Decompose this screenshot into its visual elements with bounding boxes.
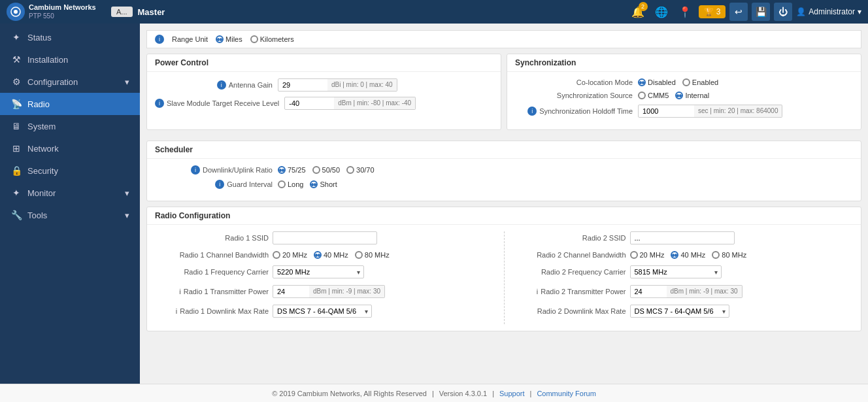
admin-menu[interactable]: 👤 Administrator ▾	[796, 7, 861, 16]
dlul-75-25-radio[interactable]	[278, 166, 286, 174]
guard-long[interactable]: Long	[278, 180, 303, 188]
sidebar-item-installation[interactable]: ⚒ Installation	[0, 48, 140, 71]
colocation-enabled[interactable]: Enabled	[682, 78, 718, 86]
colocation-radio-group: Disabled Enabled	[638, 78, 718, 86]
info-icon-antenna: i	[217, 80, 226, 90]
dl-ul-row: i Downlink/Uplink Ratio 75/25 50/50	[155, 165, 853, 175]
installation-icon: ⚒	[10, 54, 22, 65]
r2-bw-80-radio[interactable]	[712, 251, 720, 259]
trophy-button[interactable]: 🏆 3	[699, 5, 726, 18]
r1-bw-40[interactable]: 40 MHz	[314, 251, 348, 259]
synchronization-section: Synchronization Co-location Mode Disable…	[507, 54, 861, 130]
range-unit-row: i Range Unit Miles Kilometers	[146, 30, 861, 48]
colocation-enabled-radio[interactable]	[682, 78, 690, 86]
sidebar-item-tools[interactable]: 🔧 Tools	[0, 204, 140, 226]
role-label: Master	[138, 7, 628, 17]
r2-dlmax-label: Radio 2 Downlink Max Rate	[515, 307, 626, 315]
header: Cambium Networks PTP 550 A... Master 🔔 2…	[0, 0, 868, 24]
colocation-disabled[interactable]: Disabled	[638, 78, 676, 86]
r1-ssid-label: Radio 1 SSID	[158, 234, 269, 242]
dlul-50-50[interactable]: 50/50	[312, 166, 341, 174]
range-km-option[interactable]: Kilometers	[250, 35, 294, 43]
dlul-50-50-radio[interactable]	[312, 166, 320, 174]
guard-long-radio[interactable]	[278, 180, 286, 188]
r1-freq-select[interactable]: 5220 MHz	[273, 265, 364, 278]
info-icon-range: i	[155, 35, 164, 44]
holdoff-input[interactable]	[638, 105, 697, 118]
location-button[interactable]: 📍	[675, 2, 695, 22]
sidebar-item-system[interactable]: 🖥 System	[0, 115, 140, 137]
r1-dlmax-select-wrapper: DS MCS 7 - 64-QAM 5/6	[273, 305, 372, 318]
slave-input[interactable]	[284, 97, 337, 110]
power-button[interactable]: ⏻	[774, 3, 792, 21]
dlul-30-70[interactable]: 30/70	[346, 166, 375, 174]
globe-button[interactable]: 🌐	[652, 2, 671, 22]
guard-interval-label: i Guard Interval	[155, 180, 273, 189]
undo-button[interactable]: ↩	[729, 3, 748, 21]
sync-source-row: Synchronization Source CMM5 Internal	[515, 92, 853, 99]
r2-bw-40[interactable]: 40 MHz	[671, 251, 705, 259]
sync-internal-radio[interactable]	[675, 92, 683, 99]
r1-freq-label: Radio 1 Frequency Carrier	[158, 268, 269, 276]
r2-dlmax-select[interactable]: DS MCS 7 - 64-QAM 5/6	[630, 305, 729, 318]
r2-bw-80[interactable]: 80 MHz	[712, 251, 746, 259]
r1-bw-80-radio[interactable]	[355, 251, 363, 259]
r2-dlmax-row: Radio 2 Downlink Max Rate DS MCS 7 - 64-…	[515, 305, 851, 318]
sync-source-label: Synchronization Source	[515, 92, 633, 99]
dlul-30-70-radio[interactable]	[346, 166, 354, 174]
dlul-75-25[interactable]: 75/25	[278, 166, 306, 174]
r2-bw-20-radio[interactable]	[630, 251, 638, 259]
notifications-button[interactable]: 🔔 2	[628, 2, 648, 22]
sidebar-item-configuration[interactable]: ⚙ Configuration	[0, 71, 140, 93]
sidebar-item-security[interactable]: 🔒 Security	[0, 159, 140, 182]
save-button[interactable]: 💾	[752, 3, 770, 21]
range-miles-option[interactable]: Miles	[216, 35, 242, 43]
device-label[interactable]: A...	[111, 7, 133, 17]
sync-internal[interactable]: Internal	[675, 92, 709, 99]
guard-short-radio[interactable]	[310, 180, 318, 188]
slave-hint: dBm | min: -80 | max: -40	[334, 97, 416, 110]
main-content: i Range Unit Miles Kilometers Power Cont…	[140, 24, 868, 384]
info-icon-guard: i	[215, 180, 224, 189]
antenna-gain-input[interactable]	[278, 78, 330, 92]
sidebar-item-status[interactable]: ✦ Status	[0, 26, 140, 48]
range-miles-radio[interactable]	[216, 35, 224, 43]
guard-short[interactable]: Short	[310, 180, 337, 188]
r1-bw-row: Radio 1 Channel Bandwidth 20 MHz 40 MHz	[158, 251, 493, 259]
tools-icon: 🔧	[10, 210, 22, 220]
sidebar-item-monitor[interactable]: ✦ Monitor	[0, 182, 140, 204]
range-km-radio[interactable]	[250, 35, 258, 43]
r1-bw-group: 20 MHz 40 MHz 80 MHz	[273, 251, 390, 259]
system-icon: 🖥	[10, 121, 22, 131]
r1-dlmax-select[interactable]: DS MCS 7 - 64-QAM 5/6	[273, 305, 372, 318]
footer-support-link[interactable]: Support	[499, 390, 525, 397]
power-control-section: Power Control i Antenna Gain dBi | min: …	[146, 54, 501, 130]
dl-ul-radio-group: 75/25 50/50 30/70	[278, 166, 375, 174]
sidebar-item-radio[interactable]: 📡 Radio	[0, 93, 140, 115]
sidebar-item-network[interactable]: ⊞ Network	[0, 137, 140, 159]
sync-cmm5-radio[interactable]	[638, 92, 646, 99]
r1-bw-20-radio[interactable]	[273, 251, 280, 259]
sync-cmm5[interactable]: CMM5	[638, 92, 669, 99]
r1-ssid-input[interactable]	[273, 231, 377, 244]
network-icon: ⊞	[10, 143, 22, 154]
r2-txpow-input[interactable]	[630, 285, 669, 298]
r1-txpow-hint: dBm | min: -9 | max: 30	[309, 285, 385, 298]
r2-ssid-input[interactable]	[630, 231, 735, 244]
r2-bw-label: Radio 2 Channel Bandwidth	[515, 251, 626, 259]
r1-bw-80[interactable]: 80 MHz	[355, 251, 390, 259]
r1-bw-20[interactable]: 20 MHz	[273, 251, 307, 259]
scheduler-section: Scheduler i Downlink/Uplink Ratio 75/25	[146, 141, 861, 201]
r2-bw-40-radio[interactable]	[671, 251, 678, 259]
footer-community-link[interactable]: Community Forum	[537, 390, 595, 397]
r2-freq-select[interactable]: 5815 MHz	[630, 265, 722, 278]
monitor-icon: ✦	[10, 188, 22, 198]
sync-title: Synchronization	[507, 54, 861, 72]
r2-bw-group: 20 MHz 40 MHz 80 MHz	[630, 251, 747, 259]
r1-txpow-input[interactable]	[273, 285, 312, 298]
r2-bw-20[interactable]: 20 MHz	[630, 251, 665, 259]
colocation-disabled-radio[interactable]	[638, 78, 646, 86]
radio1-col: Radio 1 SSID Radio 1 Channel Bandwidth 2…	[147, 231, 504, 324]
antenna-gain-label: i Antenna Gain	[155, 80, 273, 90]
r1-bw-40-radio[interactable]	[314, 251, 322, 259]
